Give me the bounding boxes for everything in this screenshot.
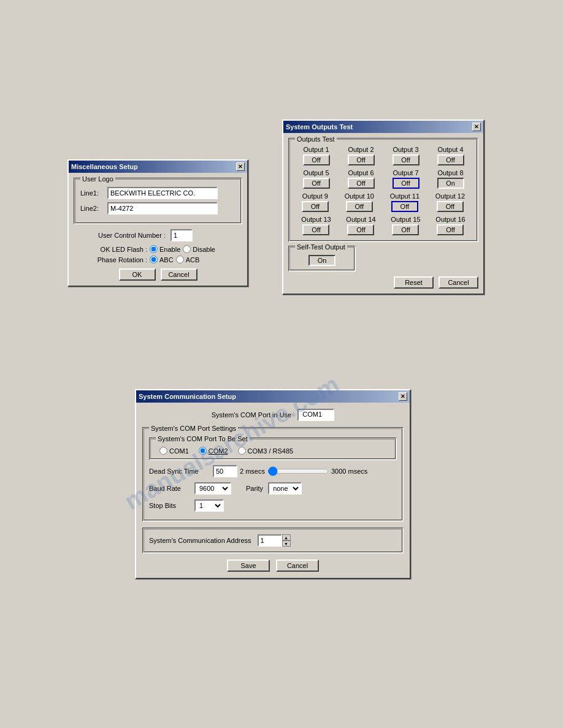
output-8-btn[interactable]: On (437, 178, 464, 189)
output-8-cell: Output 8 On (437, 169, 464, 189)
phase-rotation-label: Phase Rotation : (74, 256, 147, 264)
output-7-cell: Output 7 Off (393, 169, 419, 189)
ok-led-enable-radio[interactable]: Enable (150, 245, 180, 253)
output-15-cell: Output 15 Off (391, 216, 420, 235)
misc-setup-titlebar: Miscellaneous Setup ✕ (69, 161, 247, 173)
com1-radio[interactable]: COM1 (159, 447, 189, 455)
comm-setup-title: System Communication Setup (139, 393, 236, 400)
self-test-btn[interactable]: On (308, 255, 335, 266)
output-10-btn[interactable]: Off (346, 201, 373, 212)
output-4-btn[interactable]: Off (437, 154, 464, 165)
user-logo-group-label: User Logo (80, 175, 115, 183)
output-7-btn[interactable]: Off (393, 178, 419, 189)
dead-sync-max: 3000 msecs (331, 468, 367, 475)
baud-rate-select[interactable]: 9600 19200 4800 2400 (194, 482, 231, 495)
comm-address-up-btn[interactable]: ▲ (282, 534, 291, 540)
line2-label: Line2: (80, 205, 105, 212)
comm-setup-window: System Communication Setup ✕ System's CO… (135, 389, 411, 579)
output-14-cell: Output 14 Off (346, 216, 375, 235)
phase-acb-radio[interactable]: ACB (176, 256, 200, 264)
user-control-label: User Control Number : (74, 232, 166, 239)
comm-cancel-button[interactable]: Cancel (276, 559, 319, 572)
output-6-btn[interactable]: Off (348, 178, 375, 189)
comm-save-button[interactable]: Save (227, 559, 270, 572)
dead-sync-slider[interactable] (267, 466, 329, 476)
comm-address-label: System's Communication Address (149, 537, 251, 544)
line2-input[interactable] (107, 202, 218, 214)
output-9-btn[interactable]: Off (302, 201, 329, 212)
dead-sync-label: Dead Sync Time (149, 468, 210, 475)
output-5-cell: Output 5 Off (303, 169, 330, 189)
user-control-input[interactable] (170, 229, 193, 241)
parity-select[interactable]: none even odd (268, 482, 302, 495)
baud-rate-label: Baud Rate (149, 485, 192, 492)
self-test-group-label: Self-Test Output (295, 243, 347, 251)
com3-radio[interactable]: COM3 / RS485 (238, 447, 294, 455)
output-11-cell: Output 11 Off (390, 192, 419, 212)
output-2-cell: Output 2 Off (348, 146, 375, 165)
output-1-btn[interactable]: Off (303, 154, 330, 165)
dead-sync-input[interactable] (213, 465, 237, 477)
output-15-btn[interactable]: Off (392, 224, 419, 235)
outputs-cancel-button[interactable]: Cancel (439, 276, 478, 289)
com-port-in-use-label: System's COM Port in Use (212, 411, 291, 419)
outputs-reset-button[interactable]: Reset (394, 276, 434, 289)
output-3-btn[interactable]: Off (393, 154, 419, 165)
system-outputs-close-btn[interactable]: ✕ (472, 123, 481, 131)
system-outputs-title: System Outputs Test (286, 123, 353, 131)
comm-address-spinbox: ▲ ▼ (258, 534, 291, 547)
output-1-cell: Output 1 Off (303, 146, 330, 165)
ok-led-label: OK LED Flash : (74, 246, 147, 253)
comm-address-input[interactable] (258, 534, 282, 547)
misc-cancel-button[interactable]: Cancel (161, 268, 197, 281)
output-4-cell: Output 4 Off (437, 146, 464, 165)
comm-address-down-btn[interactable]: ▼ (282, 540, 291, 547)
line1-label: Line1: (80, 189, 105, 197)
output-14-btn[interactable]: Off (347, 224, 374, 235)
output-5-btn[interactable]: Off (303, 178, 330, 189)
line1-input[interactable] (107, 187, 218, 199)
com2-radio[interactable]: COM2 (199, 447, 228, 455)
output-10-cell: Output 10 Off (345, 192, 374, 212)
output-12-cell: Output 12 Off (435, 192, 465, 212)
parity-label: Parity (246, 485, 263, 492)
output-16-cell: Output 16 Off (435, 216, 465, 235)
output-13-cell: Output 13 Off (301, 216, 331, 235)
settings-group-label: System's COM Port Settings (149, 425, 238, 432)
output-3-cell: Output 3 Off (393, 146, 419, 165)
output-13-btn[interactable]: Off (302, 224, 329, 235)
output-2-btn[interactable]: Off (348, 154, 375, 165)
output-6-cell: Output 6 Off (348, 169, 375, 189)
output-11-btn[interactable]: Off (391, 201, 418, 212)
dead-sync-min: 2 msecs (240, 468, 265, 475)
system-outputs-window: System Outputs Test ✕ Outputs Test Outpu… (282, 119, 484, 295)
misc-ok-button[interactable]: OK (119, 268, 156, 281)
misc-setup-window: Miscellaneous Setup ✕ User Logo Line1: L… (67, 159, 248, 287)
comm-setup-close-btn[interactable]: ✕ (399, 392, 407, 401)
output-16-btn[interactable]: Off (437, 224, 464, 235)
misc-setup-title: Miscellaneous Setup (71, 163, 138, 170)
stop-bits-select[interactable]: 1 2 (194, 499, 224, 512)
system-outputs-titlebar: System Outputs Test ✕ (283, 121, 483, 133)
stop-bits-label: Stop Bits (149, 502, 192, 509)
ok-led-disable-radio[interactable]: Disable (183, 245, 215, 253)
com-port-in-use-value: COM1 (297, 409, 334, 421)
port-to-set-label: System's COM Port To Be Set (156, 435, 250, 442)
comm-setup-titlebar: System Communication Setup ✕ (136, 390, 410, 403)
phase-abc-radio[interactable]: ABC (150, 256, 174, 264)
output-12-btn[interactable]: Off (437, 201, 464, 212)
misc-setup-close-btn[interactable]: ✕ (236, 162, 245, 171)
outputs-test-group-label: Outputs Test (295, 135, 337, 143)
output-9-cell: Output 9 Off (302, 192, 329, 212)
